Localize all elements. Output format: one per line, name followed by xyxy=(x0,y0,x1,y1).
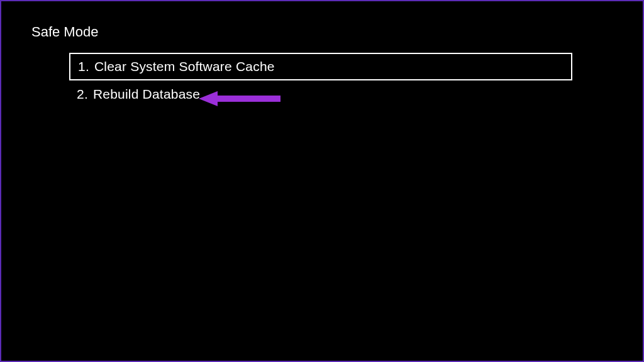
menu-item-label: Clear System Software Cache xyxy=(94,59,275,74)
menu-item-label: Rebuild Database xyxy=(93,87,200,101)
menu-item-number: 1. xyxy=(78,59,89,74)
menu-item-rebuild-database[interactable]: 2. Rebuild Database xyxy=(69,82,572,107)
page-title: Safe Mode xyxy=(31,24,98,40)
safe-mode-menu: 1. Clear System Software Cache 2. Rebuil… xyxy=(69,53,572,108)
menu-item-clear-cache[interactable]: 1. Clear System Software Cache xyxy=(69,53,572,80)
menu-item-number: 2. xyxy=(77,87,88,102)
